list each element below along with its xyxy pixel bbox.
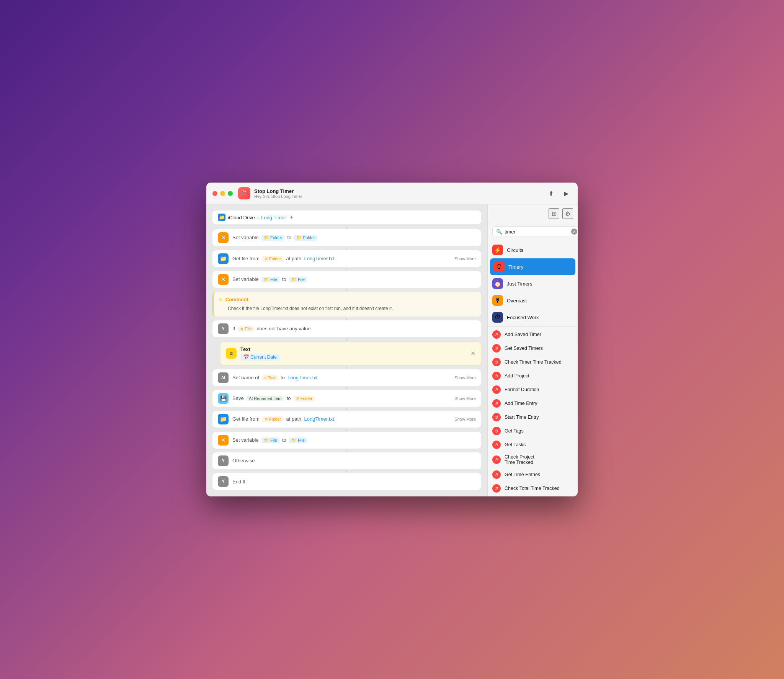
action-start-time-entry[interactable]: ⏱ Start Time Entry <box>488 410 578 424</box>
breadcrumb-subfolder[interactable]: Long Timer <box>261 215 286 220</box>
window-subtitle: Hey Siri, Stop Long Timer <box>254 194 546 199</box>
step-get-file-2[interactable]: 📁 Get file from ✕ Folder at path LongTim… <box>212 411 481 428</box>
step-if-file[interactable]: Y If ✕ File does not have any value <box>212 320 481 337</box>
breadcrumb-add-button[interactable]: + <box>290 214 293 221</box>
connector <box>346 247 347 249</box>
sidebar-list: ⚡ Circuits ⏱ Timery ⏰ Just Timers 🎙 Over… <box>488 240 578 496</box>
connector <box>346 450 347 452</box>
sidebar: ⊞ ⚙ 🔍 ✕ ⚡ Circuits <box>487 204 578 496</box>
sidebar-add-button[interactable]: ⊞ <box>549 208 559 219</box>
connector <box>346 429 347 431</box>
overcast-app-icon: 🎙 <box>492 295 503 306</box>
timery-action-icon: ⏱ <box>492 372 501 380</box>
sidebar-item-just-timers[interactable]: ⏰ Just Timers <box>488 275 578 292</box>
action-get-tasks[interactable]: ⏱ Get Tasks <box>488 438 578 452</box>
step-text: Set variable 📁 File to 📁 File <box>232 276 476 282</box>
text-block-content: Text 📅 Current Date <box>240 346 467 361</box>
action-label: Check ProjectTime Tracked <box>505 454 534 465</box>
play-button[interactable]: ▶ <box>561 188 572 199</box>
circuits-app-name: Circuits <box>507 247 523 253</box>
text-block-close[interactable]: ✕ <box>470 350 475 357</box>
show-more-2[interactable]: Show More <box>454 375 476 380</box>
step-set-name[interactable]: AI Set name of ≡ Text to LongTimer.txt S… <box>212 369 481 386</box>
timery-action-icon: ⏱ <box>492 484 501 493</box>
step-icon-otherwise: Y <box>218 455 229 466</box>
show-more-1[interactable]: Show More <box>454 256 476 261</box>
connector <box>346 268 347 270</box>
step-set-var-file[interactable]: ✕ Set variable 📁 File to 📁 File <box>212 271 481 288</box>
timery-action-icon: ⏱ <box>492 330 501 339</box>
action-label: Add Time Entry <box>505 401 537 406</box>
step-icon-ai: AI <box>218 372 229 383</box>
step-get-file-1[interactable]: 📁 Get file from ✕ Folder at path LongTim… <box>212 250 481 267</box>
sidebar-filter-button[interactable]: ⚙ <box>562 208 573 219</box>
show-more-3[interactable]: Show More <box>454 396 476 401</box>
timery-action-icon: ⏱ <box>492 470 501 479</box>
step-icon-orange2: ✕ <box>218 435 229 446</box>
window-title: Stop Long Timer <box>254 188 546 194</box>
close-button[interactable] <box>212 191 217 196</box>
action-add-saved-timer[interactable]: ⏱ Add Saved Timer <box>488 328 578 341</box>
sidebar-item-circuits[interactable]: ⚡ Circuits <box>488 242 578 258</box>
comment-card: ≡ Comment Check if the file LongTimer.tx… <box>212 292 481 317</box>
step-set-var-folder[interactable]: ✕ Set variable 📁 Folder to 📁 Folder <box>212 229 481 246</box>
traffic-lights <box>212 191 233 196</box>
timery-action-icon: ⏱ <box>492 385 501 394</box>
focused-work-app-name: Focused Work <box>507 315 539 320</box>
step-set-var-file2[interactable]: ✕ Set variable 📁 File to 📁 File <box>212 432 481 449</box>
step-text: Get file from ✕ Folder at path LongTimer… <box>232 416 451 422</box>
action-format-duration[interactable]: ⏱ Format Duration <box>488 383 578 397</box>
action-check-timer-time[interactable]: ⏱ Check Timer Time Tracked <box>488 355 578 369</box>
action-label: Check Total Time Tracked <box>505 486 560 491</box>
minimize-button[interactable] <box>220 191 225 196</box>
action-label: Get Saved Timers <box>505 346 543 351</box>
text-block[interactable]: ≡ Text 📅 Current Date ✕ <box>220 341 481 366</box>
timery-app-icon: ⏱ <box>494 261 505 272</box>
step-icon-gray: Y <box>218 323 229 334</box>
action-stop-current[interactable]: ⏱ Stop Current Time Entry <box>488 495 578 496</box>
show-more-4[interactable]: Show More <box>454 417 476 421</box>
action-check-total-time[interactable]: ⏱ Check Total Time Tracked <box>488 482 578 495</box>
action-add-project[interactable]: ⏱ Add Project <box>488 369 578 383</box>
overcast-app-name: Overcast <box>507 298 527 304</box>
focused-work-app-icon: ⏱ <box>492 312 503 323</box>
action-get-tags[interactable]: ⏱ Get Tags <box>488 424 578 438</box>
step-text: Get file from ✕ Folder at path LongTimer… <box>232 256 451 262</box>
step-otherwise[interactable]: Y Otherwise <box>212 452 481 469</box>
timery-action-icon: ⏱ <box>492 344 501 353</box>
step-text: End If <box>232 479 476 485</box>
action-get-saved-timers[interactable]: ⏱ Get Saved Timers <box>488 341 578 355</box>
search-input[interactable] <box>505 229 569 235</box>
step-icon-blue2: 📁 <box>218 414 229 424</box>
sidebar-item-overcast[interactable]: 🎙 Overcast <box>488 292 578 309</box>
action-add-time-entry[interactable]: ⏱ Add Time Entry <box>488 397 578 410</box>
step-save[interactable]: 💾 Save AI Renamed Item to ✕ Folder Show … <box>212 390 481 407</box>
search-clear-button[interactable]: ✕ <box>571 229 577 235</box>
maximize-button[interactable] <box>228 191 233 196</box>
divider <box>488 326 578 327</box>
action-get-time-entries[interactable]: ⏱ Get Time Entries <box>488 468 578 482</box>
titlebar-actions: ⬆ ▶ <box>546 188 572 199</box>
search-icon: 🔍 <box>496 229 502 235</box>
connector <box>346 408 347 410</box>
share-button[interactable]: ⬆ <box>546 188 556 199</box>
action-label: Check Timer Time Tracked <box>505 359 562 365</box>
comment-header: ≡ Comment <box>219 296 476 303</box>
breadcrumb-root: iCloud Drive <box>228 215 255 220</box>
timery-action-icon: ⏱ <box>492 455 501 464</box>
sidebar-item-timery[interactable]: ⏱ Timery <box>490 258 575 275</box>
comment-body: Check if the file LongTimer.txt does not… <box>219 305 476 312</box>
step-end-if[interactable]: Y End If <box>212 473 481 490</box>
action-check-project-time[interactable]: ⏱ Check ProjectTime Tracked <box>488 452 578 468</box>
connector <box>346 367 347 369</box>
action-label: Get Time Entries <box>505 472 540 477</box>
sidebar-header-icons: ⊞ ⚙ <box>549 208 573 219</box>
just-timers-app-icon: ⏰ <box>492 278 503 289</box>
sidebar-item-focused-work[interactable]: ⏱ Focused Work <box>488 309 578 326</box>
connector <box>346 318 347 320</box>
step-icon-orange: ✕ <box>218 232 229 243</box>
timery-action-icon: ⏱ <box>492 358 501 366</box>
action-label: Add Project <box>505 373 529 379</box>
action-label: Start Time Entry <box>505 415 539 420</box>
timery-action-icon: ⏱ <box>492 413 501 421</box>
